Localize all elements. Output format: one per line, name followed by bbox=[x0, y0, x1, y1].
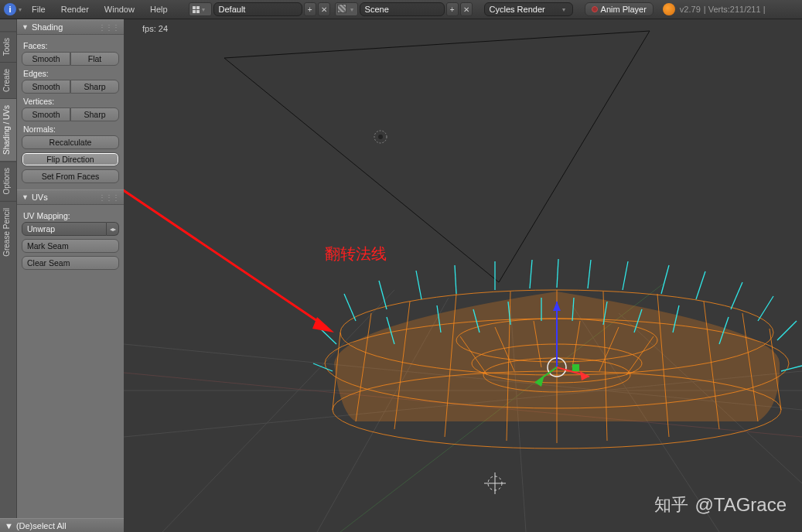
annotation-text: 翻转法线 bbox=[325, 244, 387, 264]
mark-seam-button[interactable]: Mark Seam bbox=[22, 239, 119, 253]
operator-title: (De)select All bbox=[17, 521, 67, 530]
uvs-title: UVs bbox=[32, 193, 48, 202]
chevron-down-icon: ▾ bbox=[19, 6, 22, 13]
svg-line-77 bbox=[124, 188, 326, 327]
edges-smooth-button[interactable]: Smooth bbox=[22, 80, 70, 94]
faces-smooth-button[interactable]: Smooth bbox=[22, 52, 70, 66]
top-menu-bar: i ▾ File Render Window Help ▾ Default + … bbox=[0, 0, 802, 19]
faces-flat-button[interactable]: Flat bbox=[70, 52, 119, 66]
tool-shelf-body: ▼ Shading ⋮⋮⋮ Faces: Smooth Flat Edges: … bbox=[17, 19, 124, 532]
grip-icon: ⋮⋮⋮ bbox=[98, 23, 119, 32]
screen-layout-name[interactable]: Default bbox=[213, 2, 302, 16]
anim-player-label: Anim Player bbox=[601, 5, 647, 14]
set-from-faces-button[interactable]: Set From Faces bbox=[22, 169, 119, 183]
uvs-panel-header[interactable]: ▼ UVs ⋮⋮⋮ bbox=[17, 189, 124, 205]
menu-window[interactable]: Window bbox=[97, 5, 142, 14]
tab-tools[interactable]: Tools bbox=[0, 31, 16, 62]
delete-scene-button[interactable]: ✕ bbox=[460, 2, 473, 16]
tab-shading-uvs[interactable]: Shading / UVs bbox=[0, 98, 16, 161]
watermark-user: @TAGrace bbox=[694, 494, 787, 516]
add-scene-button[interactable]: + bbox=[446, 2, 459, 16]
watermark: 知乎 @TAGrace bbox=[654, 493, 787, 517]
collapse-icon: ▼ bbox=[22, 23, 29, 31]
render-engine-selector[interactable]: Cycles Render ▾ bbox=[484, 2, 573, 16]
chevron-down-icon: ▾ bbox=[350, 6, 353, 13]
version-text: v2.79 bbox=[680, 5, 701, 14]
watermark-site: 知乎 bbox=[654, 493, 688, 517]
edges-sharp-button[interactable]: Sharp bbox=[70, 80, 119, 94]
tab-options[interactable]: Options bbox=[0, 161, 16, 200]
menu-help[interactable]: Help bbox=[142, 5, 176, 14]
operator-panel-header[interactable]: ▼ (De)select All bbox=[17, 518, 124, 532]
grid-icon bbox=[193, 6, 200, 13]
collapse-icon: ▼ bbox=[22, 193, 29, 201]
scene-name[interactable]: Scene bbox=[360, 2, 445, 16]
vertices-label: Vertices: bbox=[23, 97, 119, 106]
record-icon bbox=[592, 6, 598, 12]
stats-text: | Verts:211/211 | bbox=[704, 5, 766, 14]
grip-icon: ⋮⋮⋮ bbox=[98, 193, 119, 202]
render-engine-label: Cycles Render bbox=[490, 5, 545, 14]
uv-mapping-label: UV Mapping: bbox=[23, 211, 119, 220]
tab-grease-pencil[interactable]: Grease Pencil bbox=[0, 201, 16, 263]
menu-file[interactable]: File bbox=[24, 5, 53, 14]
flip-direction-button[interactable]: Flip Direction bbox=[22, 152, 119, 166]
unwrap-dropdown[interactable]: ◂▸ bbox=[107, 222, 119, 236]
tool-shelf: Tools Create Shading / UVs Options Greas… bbox=[0, 19, 124, 532]
scene-browse[interactable]: ▾ bbox=[335, 2, 358, 16]
delete-layout-button[interactable]: ✕ bbox=[318, 2, 330, 16]
normals-label: Normals: bbox=[23, 124, 119, 134]
3d-viewport[interactable]: fps: 24 bbox=[124, 19, 802, 532]
info-icon: i bbox=[4, 3, 16, 15]
shading-title: Shading bbox=[32, 22, 63, 32]
add-layout-button[interactable]: + bbox=[304, 2, 316, 16]
blender-logo-icon bbox=[663, 3, 675, 15]
recalculate-button[interactable]: Recalculate bbox=[22, 135, 119, 149]
screen-layout-browse[interactable]: ▾ bbox=[189, 2, 212, 16]
shading-panel-header[interactable]: ▼ Shading ⋮⋮⋮ bbox=[17, 19, 124, 35]
faces-label: Faces: bbox=[23, 41, 119, 50]
unwrap-button[interactable]: Unwrap bbox=[22, 222, 107, 236]
scene-icon bbox=[337, 4, 348, 15]
vertices-smooth-button[interactable]: Smooth bbox=[22, 107, 70, 121]
menu-render[interactable]: Render bbox=[53, 5, 97, 14]
editor-type-selector[interactable]: i bbox=[2, 2, 19, 16]
anim-player-button[interactable]: Anim Player bbox=[585, 2, 654, 16]
edges-label: Edges: bbox=[23, 69, 119, 78]
annotation-arrow bbox=[124, 19, 802, 532]
tab-create[interactable]: Create bbox=[0, 62, 16, 98]
clear-seam-button[interactable]: Clear Seam bbox=[22, 256, 119, 270]
chevron-down-icon: ▾ bbox=[562, 6, 565, 13]
chevron-down-icon: ▾ bbox=[202, 6, 205, 13]
tool-shelf-tabs: Tools Create Shading / UVs Options Greas… bbox=[0, 19, 17, 532]
vertices-sharp-button[interactable]: Sharp bbox=[70, 107, 119, 121]
